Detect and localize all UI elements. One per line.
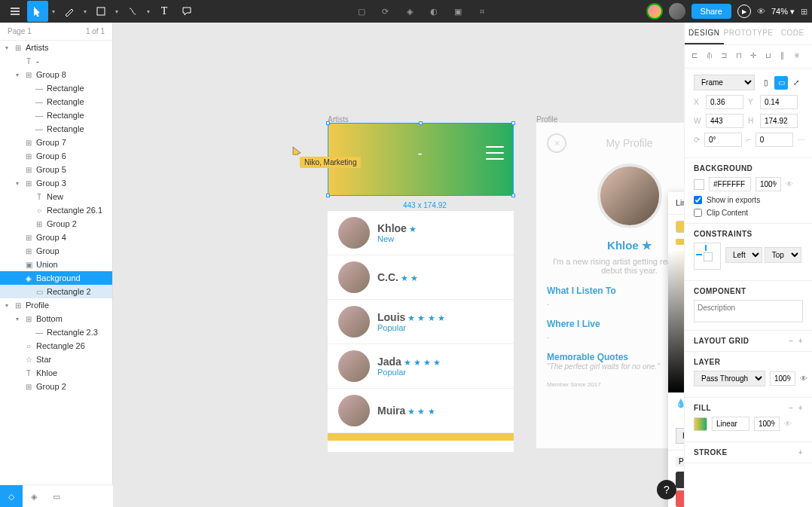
layer-group-6[interactable]: ⊞Group 6 [0, 149, 112, 163]
boolean-icon[interactable]: ▣ [447, 1, 469, 22]
components-tab-icon[interactable]: ◈ [23, 485, 45, 507]
collaborator-avatar-1[interactable] [646, 3, 663, 20]
grid-add-icon[interactable]: + [798, 337, 803, 345]
page-name[interactable]: Page 1 [8, 27, 32, 35]
color-swatch[interactable] [676, 490, 684, 507]
layer-visibility-icon[interactable]: 👁 [800, 374, 807, 383]
layer-rectangle-2[interactable]: ▭Rectangle 2 [0, 285, 112, 298]
view-icon[interactable]: 👁 [757, 7, 765, 16]
fill-type-input[interactable] [712, 417, 749, 431]
layer-rectangle[interactable]: —Rectangle [0, 108, 112, 122]
radius-input[interactable] [756, 133, 793, 147]
mask-icon[interactable]: ◐ [423, 1, 444, 22]
align-top-icon[interactable]: ⊓ [736, 51, 746, 62]
comment-tool[interactable] [176, 1, 197, 22]
blend-mode-select[interactable]: Pass Through [694, 371, 765, 386]
artist-row[interactable]: Khloe ★New [328, 211, 514, 255]
fill-add-icon[interactable]: + [798, 404, 803, 412]
collaborator-avatar-2[interactable] [669, 3, 685, 20]
fit-icon[interactable]: ⤢ [789, 76, 803, 90]
align-hcenter-icon[interactable]: ⫛ [706, 51, 716, 62]
x-input[interactable] [706, 95, 743, 109]
constraint-widget[interactable] [694, 243, 721, 270]
vector-dropdown[interactable]: ▾ [145, 8, 152, 15]
gradient-stop-1[interactable] [676, 221, 684, 233]
color-format-select[interactable]: HEX [676, 428, 684, 444]
color-swatch[interactable] [676, 472, 684, 488]
vector-tool[interactable] [122, 1, 143, 22]
help-button[interactable]: ? [657, 480, 676, 499]
bg-color-swatch[interactable] [694, 179, 704, 190]
grid-remove-icon[interactable]: − [789, 337, 793, 345]
move-tool-dropdown[interactable]: ▾ [50, 8, 57, 15]
layers-tab-icon[interactable]: ◇ [0, 485, 23, 507]
y-input[interactable] [760, 95, 798, 109]
layer-rectangle[interactable]: —Rectangle [0, 122, 112, 136]
color-picker-panel[interactable]: Linear ▾ ✕ 💧 HEX Personal Colors [668, 192, 684, 507]
distribute-v-icon[interactable]: ≡ [795, 51, 805, 62]
rotate-icon[interactable]: ⟳ [375, 1, 396, 22]
show-exports-checkbox[interactable] [694, 196, 702, 204]
layer-union[interactable]: ▣Union [0, 258, 112, 271]
share-button[interactable]: Share [691, 4, 731, 19]
align-right-icon[interactable]: ⊐ [721, 51, 731, 62]
layer-rectangle[interactable]: —Rectangle [0, 81, 112, 95]
color-field[interactable] [668, 251, 684, 392]
pixel-grid-icon[interactable]: ⊞ [801, 7, 807, 17]
text-tool[interactable]: T [154, 1, 175, 22]
layer-profile[interactable]: ▾⊞Profile [0, 298, 112, 312]
layer-group-7[interactable]: ⊞Group 7 [0, 136, 112, 149]
layer-rectangle[interactable]: —Rectangle [0, 95, 112, 108]
layer-group[interactable]: ⊞Group [0, 244, 112, 258]
constraint-h-select[interactable]: Left [725, 247, 762, 263]
tab-prototype[interactable]: PROTOTYPE [724, 23, 774, 44]
library-tab-icon[interactable]: ▭ [45, 485, 68, 507]
gradient-type-select[interactable]: Linear ▾ [676, 198, 684, 208]
layer-khloe[interactable]: TKhloe [0, 366, 112, 380]
fill-visibility-icon[interactable]: 👁 [784, 420, 792, 428]
component-icon[interactable]: ◈ [399, 1, 420, 22]
eyedropper-icon[interactable]: 💧 [676, 399, 684, 408]
w-input[interactable] [706, 114, 743, 128]
color-library-select[interactable]: Personal Colors [676, 457, 684, 466]
move-tool[interactable] [27, 1, 48, 22]
layer-rectangle-26[interactable]: ○Rectangle 26 [0, 339, 112, 353]
close-icon[interactable]: ✕ [547, 133, 566, 153]
layer-group-2[interactable]: ⊞Group 2 [0, 217, 112, 231]
frame-preset-select[interactable]: Frame [694, 75, 755, 90]
layer-opacity-input[interactable] [770, 371, 795, 386]
layer-rectangle-26-1[interactable]: ○Rectangle 26.1 [0, 203, 112, 217]
align-vcenter-icon[interactable]: ✛ [750, 51, 761, 62]
menu-icon[interactable] [5, 1, 26, 22]
bg-opacity-input[interactable] [756, 177, 781, 191]
stroke-add-icon[interactable]: + [798, 448, 803, 457]
align-left-icon[interactable]: ⊏ [691, 51, 702, 62]
orient-portrait-icon[interactable]: ▯ [759, 76, 773, 90]
pen-dropdown[interactable]: ▾ [81, 8, 89, 15]
align-bottom-icon[interactable]: ⊔ [765, 51, 776, 62]
shape-tool[interactable] [90, 1, 111, 22]
orient-landscape-icon[interactable]: ▭ [774, 76, 788, 90]
layer-bottom[interactable]: ▾⊞Bottom [0, 312, 112, 325]
layer-artists[interactable]: ▾⊞Artists [0, 41, 112, 54]
alpha-slider[interactable] [676, 414, 684, 422]
layer-star[interactable]: ☆Star [0, 353, 112, 366]
frame-tool-icon[interactable]: ▢ [351, 1, 372, 22]
artist-row[interactable]: Jada ★ ★ ★ ★Popular [328, 344, 514, 389]
layer-background[interactable]: ◈Background [0, 271, 112, 285]
layer-new[interactable]: TNew [0, 190, 112, 203]
artist-row[interactable]: C.C. ★ ★ [328, 255, 514, 300]
bg-hex-input[interactable] [709, 177, 751, 191]
fill-swatch[interactable] [694, 417, 707, 431]
profile-artboard[interactable]: ✕ My Profile + Khloe ★ I'm a new rising … [536, 123, 684, 448]
layer-group-8[interactable]: ▾⊞Group 8 [0, 68, 112, 81]
rotation-input[interactable] [704, 133, 742, 147]
layer-group-4[interactable]: ⊞Group 4 [0, 231, 112, 244]
layer-group-5[interactable]: ⊞Group 5 [0, 163, 112, 176]
artist-row[interactable]: Muira ★ ★ ★ [328, 389, 514, 433]
bg-visibility-icon[interactable]: 👁 [786, 180, 793, 188]
artists-artboard[interactable]: Khloe ★NewC.C. ★ ★Louis ★ ★ ★ ★PopularJa… [328, 211, 514, 452]
pen-tool[interactable] [59, 1, 80, 22]
layer-group-2[interactable]: ⊞Group 2 [0, 380, 112, 393]
tab-code[interactable]: CODE [774, 23, 813, 44]
